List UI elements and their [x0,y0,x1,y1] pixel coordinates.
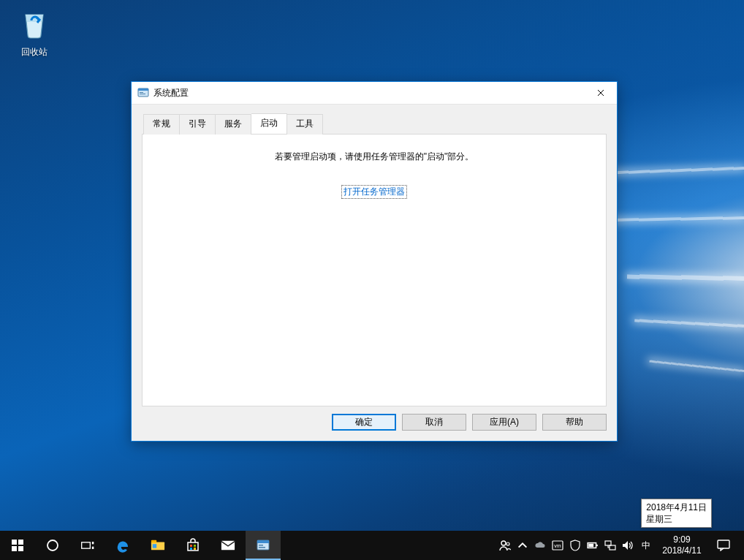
tab-general[interactable]: 常规 [143,114,180,135]
svg-rect-32 [605,541,611,545]
svg-rect-31 [588,544,593,548]
action-center-icon[interactable] [708,540,739,551]
svg-rect-17 [194,545,196,547]
svg-rect-18 [190,548,192,550]
tray-network-icon[interactable] [601,531,619,560]
clock-date: 2018/4/11 [656,545,708,556]
svg-rect-16 [190,545,192,547]
tab-services[interactable]: 服务 [216,114,251,135]
svg-rect-23 [259,545,263,546]
tab-startup-page: 若要管理启动项，请使用任务管理器的"启动"部分。 打开任务管理器 [142,134,607,406]
ime-indicator[interactable]: 中 [637,531,656,560]
svg-point-8 [48,540,58,550]
svg-rect-14 [153,544,156,548]
svg-rect-22 [257,540,269,543]
svg-rect-7 [18,546,23,551]
svg-rect-30 [596,545,598,546]
startup-message: 若要管理启动项，请使用任务管理器的"启动"部分。 [157,151,591,163]
tabstrip: 常规 引导 服务 启动 工具 [142,114,607,135]
svg-rect-33 [610,545,615,550]
svg-rect-2 [140,92,143,93]
taskbar-store-icon[interactable] [175,531,210,560]
svg-point-25 [501,541,506,545]
recycle-bin-label: 回收站 [7,46,61,58]
system-tray: vm 中 [496,531,744,560]
tray-vmware-icon[interactable]: vm [549,531,566,560]
msconfig-app-icon [137,87,149,99]
taskbar-explorer-icon[interactable] [140,531,175,560]
svg-text:vm: vm [554,543,561,548]
tray-onedrive-icon[interactable] [531,531,549,560]
clock-tooltip: 2018年4月11日 星期三 [641,499,712,528]
svg-rect-34 [718,540,729,548]
svg-point-26 [506,542,509,545]
svg-rect-15 [188,542,198,550]
svg-rect-19 [194,548,196,550]
svg-rect-9 [82,542,91,548]
ok-button[interactable]: 确定 [332,414,396,431]
svg-rect-6 [12,546,17,551]
taskbar-mail-icon[interactable] [210,531,246,560]
taskbar-msconfig-icon[interactable] [246,531,281,560]
svg-rect-10 [92,542,94,544]
svg-rect-3 [140,94,145,94]
tray-chevron-up-icon[interactable] [514,531,531,560]
tab-startup[interactable]: 启动 [251,113,287,134]
close-button[interactable] [584,82,617,104]
help-button[interactable]: 帮助 [542,414,607,431]
cortana-button[interactable] [35,531,70,560]
dialog-title: 系统配置 [153,87,189,99]
taskbar-clock[interactable]: 9:09 2018/4/11 [656,534,708,556]
tab-tools[interactable]: 工具 [287,114,323,135]
recycle-bin-icon[interactable]: 回收站 [7,6,61,58]
open-task-manager-link[interactable]: 打开任务管理器 [341,185,407,199]
svg-rect-1 [138,88,148,91]
taskbar-edge-icon[interactable] [105,531,140,560]
svg-rect-24 [259,547,265,548]
svg-rect-5 [18,540,23,545]
svg-rect-11 [92,547,94,549]
tray-power-icon[interactable] [584,531,601,560]
svg-rect-13 [151,540,156,543]
msconfig-dialog: 系统配置 常规 引导 服务 启动 工具 若要管理启动项，请使用任务管理器的"启动… [131,81,618,442]
start-button[interactable] [0,531,35,560]
apply-button[interactable]: 应用(A) [472,414,536,431]
titlebar[interactable]: 系统配置 [132,82,617,105]
svg-rect-4 [12,540,17,545]
people-icon[interactable] [496,531,514,560]
taskbar: vm 中 [0,531,744,560]
svg-rect-20 [221,541,235,550]
tray-security-icon[interactable] [566,531,584,560]
clock-time: 9:09 [656,534,708,545]
tray-volume-icon[interactable] [619,531,637,560]
dialog-button-row: 确定 取消 应用(A) 帮助 [142,414,607,431]
cancel-button[interactable]: 取消 [402,414,466,431]
tooltip-date: 2018年4月11日 [646,502,707,513]
task-view-button[interactable] [70,531,105,560]
tab-boot[interactable]: 引导 [180,114,216,135]
tooltip-weekday: 星期三 [646,513,707,525]
